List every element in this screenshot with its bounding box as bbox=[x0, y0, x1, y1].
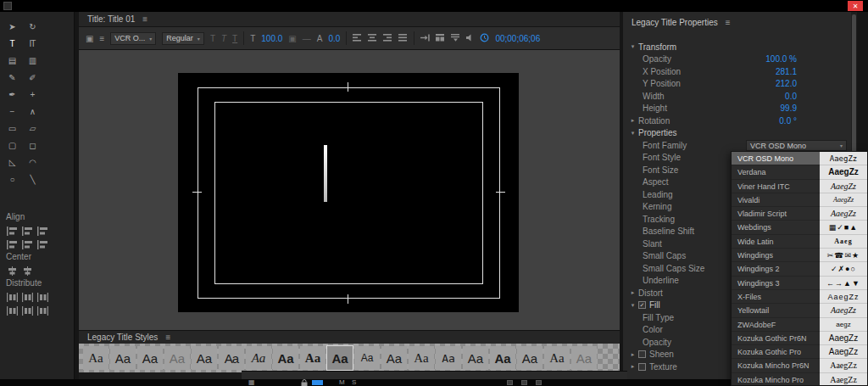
timecode-value[interactable]: 00;00;06;06 bbox=[495, 34, 540, 43]
add-anchor-point-tool[interactable]: + bbox=[25, 87, 39, 103]
style-swatch[interactable]: Aa bbox=[381, 346, 407, 370]
panel-menu-icon[interactable]: ≡ bbox=[142, 12, 147, 26]
font-family-select[interactable]: VCR OSD Mono ▾ bbox=[746, 140, 847, 151]
chevron-down-icon[interactable]: ▾ bbox=[629, 130, 637, 137]
align-horizontal-left-icon[interactable] bbox=[7, 224, 18, 233]
title-tab[interactable]: Title: Title 01 bbox=[87, 12, 135, 26]
tab-stops-icon[interactable] bbox=[420, 34, 430, 43]
rounded-rectangle-tool[interactable]: ◻ bbox=[25, 137, 39, 154]
window-close-button[interactable]: ✕ bbox=[848, 1, 863, 11]
font-option[interactable]: Webdings ▦✓■▲ bbox=[732, 221, 867, 234]
tracking-value[interactable]: 0.0 bbox=[328, 34, 340, 43]
font-option[interactable]: Vladimir Script AaegZz bbox=[732, 207, 867, 221]
distribute-vertical-bottom-icon[interactable] bbox=[37, 304, 48, 313]
style-swatch[interactable]: Aa bbox=[354, 346, 380, 370]
center-horizontal-icon[interactable] bbox=[7, 264, 18, 273]
font-option-name[interactable]: Wingdings 2 bbox=[732, 262, 820, 276]
properties-panel-menu-icon[interactable]: ≡ bbox=[726, 12, 731, 34]
timeline-tool-icon[interactable] bbox=[507, 380, 513, 385]
vertical-area-type-tool[interactable]: ▥ bbox=[25, 53, 39, 70]
font-option-name[interactable]: ZWAdobeF bbox=[732, 318, 820, 332]
align-left-icon[interactable] bbox=[353, 34, 362, 43]
font-option[interactable]: Verdana AaegZz bbox=[732, 165, 867, 179]
text-cursor-bar[interactable] bbox=[324, 145, 327, 202]
audio-icon[interactable] bbox=[466, 34, 474, 43]
type-tool[interactable]: T bbox=[5, 36, 19, 53]
align-horizontal-right-icon[interactable] bbox=[22, 238, 33, 247]
font-option[interactable]: Wingdings ✂☎✉★ bbox=[732, 249, 867, 262]
distribute-horizontal-right-icon[interactable] bbox=[22, 304, 33, 313]
align-center-icon[interactable] bbox=[368, 34, 377, 43]
font-option[interactable]: Yellowtail AaegZz bbox=[732, 304, 867, 317]
style-swatch[interactable]: Aa bbox=[517, 346, 542, 370]
style-swatch[interactable]: Aa bbox=[327, 346, 353, 370]
style-swatch[interactable]: Aa bbox=[83, 346, 108, 370]
chevron-right-icon[interactable]: ▸ bbox=[629, 363, 637, 370]
distribute-horizontal-left-icon[interactable] bbox=[7, 290, 18, 299]
style-swatch[interactable]: Aa bbox=[463, 346, 488, 370]
timeline-tool-icon[interactable] bbox=[521, 380, 527, 385]
underline-icon[interactable]: T bbox=[232, 34, 237, 43]
convert-anchor-point-tool[interactable]: ∧ bbox=[25, 103, 39, 120]
align-justify-icon[interactable] bbox=[398, 34, 408, 43]
font-option-name[interactable]: Wingdings 3 bbox=[732, 277, 820, 290]
pen-tool[interactable]: ✒ bbox=[5, 87, 19, 103]
font-option[interactable]: Kozuka Mincho Pro AaegZz bbox=[732, 373, 867, 386]
templates-icon[interactable] bbox=[436, 34, 445, 43]
align-vertical-bottom-icon[interactable] bbox=[37, 238, 48, 247]
font-option-name[interactable]: Kozuka Mincho Pr6N bbox=[732, 359, 820, 372]
delete-anchor-point-tool[interactable]: − bbox=[5, 103, 19, 120]
font-option-name[interactable]: X-Files bbox=[732, 290, 820, 304]
font-style-toolbar-select[interactable]: Regular ▾ bbox=[162, 32, 204, 45]
style-swatch[interactable]: Aa bbox=[219, 346, 244, 370]
align-horizontal-center-icon[interactable] bbox=[37, 224, 48, 233]
font-option[interactable]: Vivaldi AaegZz bbox=[732, 193, 867, 207]
font-option[interactable]: Kozuka Gothic Pro AaegZz bbox=[732, 345, 867, 359]
font-option-name[interactable]: Wide Latin bbox=[732, 235, 820, 249]
properties-toggle-icon[interactable]: ▣ bbox=[86, 34, 93, 43]
style-swatch[interactable]: Aa bbox=[571, 346, 597, 370]
style-swatch[interactable]: Aa bbox=[164, 346, 190, 370]
font-option-name[interactable]: Webdings bbox=[732, 221, 820, 234]
align-vertical-top-icon[interactable] bbox=[22, 224, 33, 233]
style-swatch[interactable]: Aa bbox=[409, 346, 434, 370]
center-vertical-icon[interactable] bbox=[22, 264, 33, 273]
clipped-corner-rectangle-tool[interactable]: ▱ bbox=[25, 120, 39, 137]
texture-checkbox[interactable] bbox=[638, 363, 646, 371]
font-option[interactable]: VCR OSD Mono AaegZz bbox=[732, 152, 867, 165]
chevron-down-icon[interactable]: ▾ bbox=[629, 43, 637, 50]
style-swatch[interactable]: Aa bbox=[137, 346, 163, 370]
background-video-clock-icon[interactable] bbox=[480, 33, 489, 44]
font-option-name[interactable]: Kozuka Gothic Pr6N bbox=[732, 332, 820, 345]
styles-panel-menu-icon[interactable]: ≡ bbox=[165, 331, 170, 344]
arc-tool[interactable]: ◠ bbox=[25, 154, 39, 171]
property-value[interactable]: 99.9 bbox=[721, 103, 797, 113]
font-option[interactable]: Kozuka Gothic Pr6N AaegZz bbox=[732, 332, 867, 345]
wedge-tool[interactable]: ◺ bbox=[5, 154, 19, 171]
fill-checkbox[interactable]: ✓ bbox=[638, 301, 646, 309]
style-swatch[interactable]: Aa bbox=[110, 346, 136, 370]
sheen-checkbox[interactable] bbox=[638, 350, 646, 358]
rounded-corner-rectangle-tool[interactable]: ▢ bbox=[5, 137, 19, 154]
font-family-toolbar-select[interactable]: VCR O... ▾ bbox=[110, 32, 156, 45]
distribute-horizontal-center-icon[interactable] bbox=[37, 290, 48, 299]
chevron-right-icon[interactable]: ▸ bbox=[629, 117, 637, 124]
font-option-name[interactable]: Wingdings bbox=[732, 249, 820, 262]
video-stage[interactable] bbox=[178, 73, 519, 312]
font-option[interactable]: Wingdings 2 ✓✗●○ bbox=[732, 262, 867, 276]
font-option-name[interactable]: Verdana bbox=[732, 165, 820, 179]
area-type-tool[interactable]: ▤ bbox=[5, 53, 19, 70]
font-option-name[interactable]: Kozuka Gothic Pro bbox=[732, 345, 820, 359]
style-swatch[interactable]: Aa bbox=[544, 346, 570, 370]
selection-tool[interactable]: ➤ bbox=[5, 19, 19, 36]
font-option-name[interactable]: Vladimir Script bbox=[732, 207, 820, 221]
rotation-value[interactable]: 0.0 ° bbox=[721, 116, 797, 126]
font-option-name[interactable]: Vivaldi bbox=[732, 193, 820, 207]
chevron-right-icon[interactable]: ▸ bbox=[629, 351, 637, 358]
mute-button[interactable]: M bbox=[339, 379, 345, 386]
font-option[interactable]: Wide Latin Aaeg bbox=[732, 235, 867, 249]
font-option[interactable]: Wingdings 3 ←→▲▼ bbox=[732, 277, 867, 290]
font-option-name[interactable]: Yellowtail bbox=[732, 304, 820, 317]
style-swatch[interactable]: Aa bbox=[273, 346, 298, 370]
font-option[interactable]: Viner Hand ITC AaegZz bbox=[732, 180, 867, 193]
